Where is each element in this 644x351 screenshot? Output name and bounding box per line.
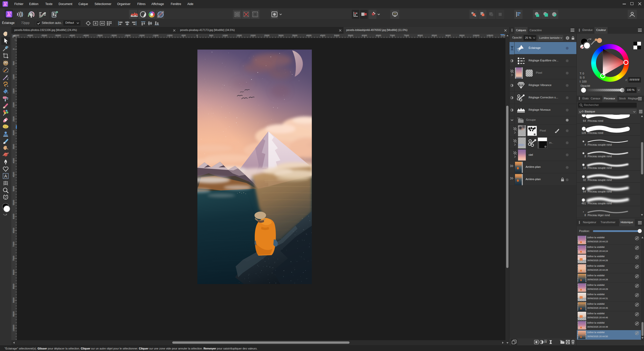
svg-text:A: A xyxy=(4,174,7,179)
